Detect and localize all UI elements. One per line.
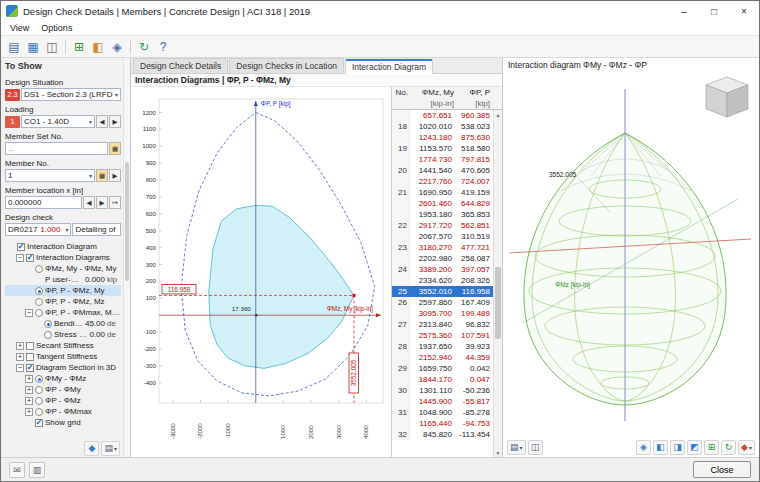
design-check-code[interactable]: DR0217 1.000 ▾: [5, 223, 71, 236]
loading-select[interactable]: CO1 - 1.40D ▾: [21, 115, 95, 128]
tree-item-13[interactable]: +ΦP - ΦMy: [5, 384, 121, 395]
copy-icon[interactable]: ◫: [43, 38, 61, 56]
tree-expander-icon[interactable]: +: [25, 375, 33, 383]
design-check-description[interactable]: Detailing of Reinforc...: [72, 223, 121, 236]
interaction-point-row-4[interactable]: 1774.730797.815: [392, 154, 502, 165]
interaction-point-row-24[interactable]: 1844.1700.047: [392, 374, 502, 385]
refresh-icon[interactable]: ↻: [135, 38, 153, 56]
interaction-point-row-25[interactable]: 301301.110-50.236: [392, 385, 502, 396]
tree-item-10[interactable]: +Tangent Stiffness: [5, 351, 121, 362]
interaction-point-row-6[interactable]: 2217.760724.007: [392, 176, 502, 187]
comments-icon[interactable]: ✉: [9, 462, 25, 478]
scroll-up-button[interactable]: ▲: [494, 110, 502, 119]
rotate-view-button[interactable]: ↻: [721, 440, 736, 455]
interaction-point-row-26[interactable]: 1445.900-55.817: [392, 396, 502, 407]
print-panel-button[interactable]: ▤▾: [101, 441, 120, 456]
interaction-point-row-18[interactable]: 3095.700199.489: [392, 308, 502, 319]
tree-expander-icon[interactable]: +: [16, 353, 24, 361]
table-scrollbar[interactable]: ▲ ▼: [493, 110, 502, 457]
location-previous-button[interactable]: ◀: [83, 196, 95, 209]
interaction-point-row-29[interactable]: 32845.820-113.454: [392, 429, 502, 440]
view-top-button[interactable]: ◩: [687, 440, 702, 455]
interaction-point-row-13[interactable]: 2202.980258.087: [392, 253, 502, 264]
interaction-point-row-12[interactable]: 233180.270477.721: [392, 242, 502, 253]
tab-interaction-diagram[interactable]: Interaction Diagram: [345, 59, 433, 74]
left-panel-scrollbar[interactable]: [123, 58, 130, 457]
checkbox[interactable]: [26, 254, 34, 262]
radio-button[interactable]: [35, 309, 43, 317]
checkbox[interactable]: [26, 342, 34, 350]
interaction-point-row-20[interactable]: 2575.360107.591: [392, 330, 502, 341]
navigator-icon[interactable]: ⊞: [70, 38, 88, 56]
interaction-point-row-9[interactable]: 1953.180365.853: [392, 209, 502, 220]
close-window-button[interactable]: ×: [729, 1, 759, 21]
interaction-point-row-1[interactable]: 181020.010538.023: [392, 121, 502, 132]
interaction-point-row-5[interactable]: 201441.540470.605: [392, 165, 502, 176]
radio-button[interactable]: [35, 386, 43, 394]
tree-item-9[interactable]: +Secant Stiffness: [5, 340, 121, 351]
diagram-settings-icon[interactable]: ◈: [108, 38, 126, 56]
member-location-input[interactable]: 0.000000: [5, 196, 82, 209]
tab-design-checks-in-location[interactable]: Design Checks in Location: [229, 58, 344, 73]
maximize-button[interactable]: □: [699, 1, 729, 21]
tree-expander-icon[interactable]: −: [25, 309, 33, 317]
view-isometric-button[interactable]: ◈: [636, 440, 651, 455]
menu-options[interactable]: Options: [35, 23, 78, 33]
select-member-set-button[interactable]: ▦: [109, 142, 121, 155]
interaction-point-row-2[interactable]: 1243.180875.630: [392, 132, 502, 143]
interaction-point-row-21[interactable]: 281937.65039.923: [392, 341, 502, 352]
checkbox[interactable]: [26, 353, 34, 361]
tree-expander-icon[interactable]: −: [16, 364, 24, 372]
interaction-point-row-17[interactable]: 262597.860167.409: [392, 297, 502, 308]
tree-item-16[interactable]: Show grid: [5, 417, 121, 428]
tab-design-check-details[interactable]: Design Check Details: [133, 58, 228, 73]
interaction-point-row-3[interactable]: 191153.570518.580: [392, 143, 502, 154]
3d-interaction-view[interactable]: 3552.005 ΦMz [kip-in]: [503, 71, 757, 437]
interaction-point-row-27[interactable]: 311048.900-85.278: [392, 407, 502, 418]
radio-button[interactable]: [44, 331, 52, 339]
tree-expander-icon[interactable]: +: [25, 408, 33, 416]
interaction-point-row-8[interactable]: 2601.460644.829: [392, 198, 502, 209]
interaction-point-row-0[interactable]: 657.651960.385: [392, 110, 502, 121]
interaction-point-row-15[interactable]: 2334.620208.326: [392, 275, 502, 286]
radio-button[interactable]: [35, 265, 43, 273]
close-button[interactable]: Close: [693, 461, 751, 478]
navigation-cube[interactable]: [706, 77, 748, 117]
location-ruler-button[interactable]: ↦: [109, 196, 121, 209]
next-loading-button[interactable]: ▶: [109, 115, 121, 128]
tree-item-14[interactable]: +ΦP - ΦMz: [5, 395, 121, 406]
tree-item-1[interactable]: −Interaction Diagrams: [5, 252, 121, 263]
design-situation-select[interactable]: DS1 - Section 2.3 (LRFD), 1. to 5. ▾: [21, 88, 121, 101]
tree-expander-icon[interactable]: +: [25, 386, 33, 394]
radio-button[interactable]: [35, 397, 43, 405]
tree-item-11[interactable]: −Diagram Section in 3D: [5, 362, 121, 373]
tree-item-15[interactable]: +ΦP - ΦMmax: [5, 406, 121, 417]
checkbox[interactable]: [35, 419, 43, 427]
interaction-point-row-19[interactable]: 272313.84096.832: [392, 319, 502, 330]
interaction-point-row-11[interactable]: 2067.570310.519: [392, 231, 502, 242]
interaction-point-row-10[interactable]: 222917.720562.851: [392, 220, 502, 231]
minimize-button[interactable]: –: [669, 1, 699, 21]
tree-item-7[interactable]: Bending mome...45.00de: [5, 318, 121, 329]
radio-button[interactable]: [35, 375, 43, 383]
interaction-point-row-28[interactable]: 1165.440-94.753: [392, 418, 502, 429]
tree-item-12[interactable]: +ΦMy - ΦMz: [5, 373, 121, 384]
tree-item-8[interactable]: Stress plane an...0.00de: [5, 329, 121, 340]
interaction-point-row-22[interactable]: 2152.94044.359: [392, 352, 502, 363]
location-next-button[interactable]: ▶: [96, 196, 108, 209]
tree-item-0[interactable]: Interaction Diagram: [5, 241, 121, 252]
copy-graphic-button[interactable]: ◫: [528, 440, 543, 455]
tree-expander-icon[interactable]: +: [16, 342, 24, 350]
zoom-fit-button[interactable]: ⊞: [704, 440, 719, 455]
tree-item-5[interactable]: ΦP, P - ΦMz, Mz: [5, 296, 121, 307]
color-legend-icon[interactable]: ◧: [89, 38, 107, 56]
print-graphic-button[interactable]: ▤▾: [507, 440, 526, 455]
help-icon[interactable]: ?: [154, 38, 172, 56]
member-set-input[interactable]: ...: [5, 142, 108, 155]
interaction-point-row-14[interactable]: 243389.200397.057: [392, 264, 502, 275]
interaction-point-row-7[interactable]: 211690.950419.159: [392, 187, 502, 198]
tree-expander-icon[interactable]: +: [25, 397, 33, 405]
scrollbar-thumb[interactable]: [125, 162, 129, 282]
scroll-down-button[interactable]: ▼: [494, 448, 502, 457]
print-report-icon[interactable]: ▤: [5, 38, 23, 56]
